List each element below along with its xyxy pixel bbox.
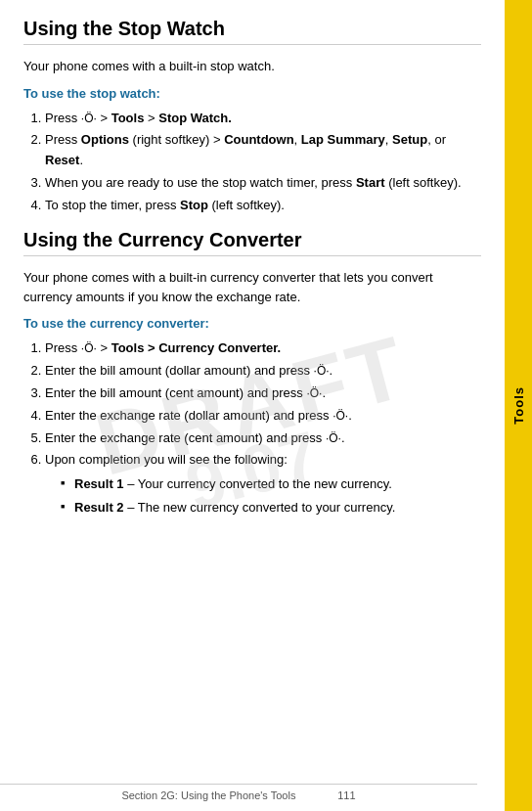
side-tab: Tools bbox=[505, 0, 532, 811]
nav-key-icon: ·Ö· bbox=[81, 341, 97, 355]
main-content: DRAFT 9.07 Using the Stop Watch Your pho… bbox=[0, 0, 505, 811]
section2-steps: Press ·Ö· > Tools > Currency Converter. … bbox=[45, 338, 481, 517]
nav-key-icon: ·Ö· bbox=[332, 409, 348, 423]
section1-steps: Press ·Ö· > Tools > Stop Watch. Press Op… bbox=[45, 109, 481, 216]
list-item: Press ·Ö· > Tools > Stop Watch. bbox=[45, 109, 481, 129]
footer-section-label: Section 2G: Using the Phone's Tools bbox=[121, 789, 295, 801]
nested-list-item: Result 2 – The new currency converted to… bbox=[61, 498, 481, 518]
section1-intro: Your phone comes with a built-in stop wa… bbox=[23, 57, 481, 76]
list-item: Press ·Ö· > Tools > Currency Converter. bbox=[45, 338, 481, 359]
section1-title: Using the Stop Watch bbox=[23, 18, 481, 45]
section2-sub-heading: To use the currency converter: bbox=[23, 316, 481, 331]
nested-list-item: Result 1 – Your currency converted to th… bbox=[61, 474, 481, 494]
page-footer: Section 2G: Using the Phone's Tools 111 bbox=[0, 784, 477, 801]
list-item: Enter the bill amount (dollar amount) an… bbox=[45, 361, 481, 382]
nav-key-icon: ·Ö· bbox=[306, 386, 322, 400]
nav-key-icon: ·Ö· bbox=[81, 112, 97, 125]
list-item: Enter the bill amount (cent amount) and … bbox=[45, 383, 481, 404]
footer-page-number: 111 bbox=[337, 789, 355, 801]
list-item: Enter the exchange rate (dollar amount) … bbox=[45, 406, 481, 427]
nav-key-icon: ·Ö· bbox=[314, 364, 330, 378]
list-item: Upon completion you will see the followi… bbox=[45, 450, 481, 517]
section1-sub-heading: To use the stop watch: bbox=[23, 86, 481, 101]
nav-key-icon: ·Ö· bbox=[326, 431, 341, 445]
list-item: To stop the timer, press Stop (left soft… bbox=[45, 196, 481, 216]
section2-title: Using the Currency Converter bbox=[23, 229, 481, 256]
side-tab-label: Tools bbox=[511, 386, 526, 425]
page-wrapper: DRAFT 9.07 Using the Stop Watch Your pho… bbox=[0, 0, 532, 811]
section2-intro: Your phone comes with a built-in currenc… bbox=[23, 268, 481, 306]
nested-list: Result 1 – Your currency converted to th… bbox=[61, 474, 481, 517]
list-item: Enter the exchange rate (cent amount) an… bbox=[45, 428, 481, 449]
list-item: When you are ready to use the stop watch… bbox=[45, 173, 481, 194]
list-item: Press Options (right softkey) > Countdow… bbox=[45, 130, 481, 171]
